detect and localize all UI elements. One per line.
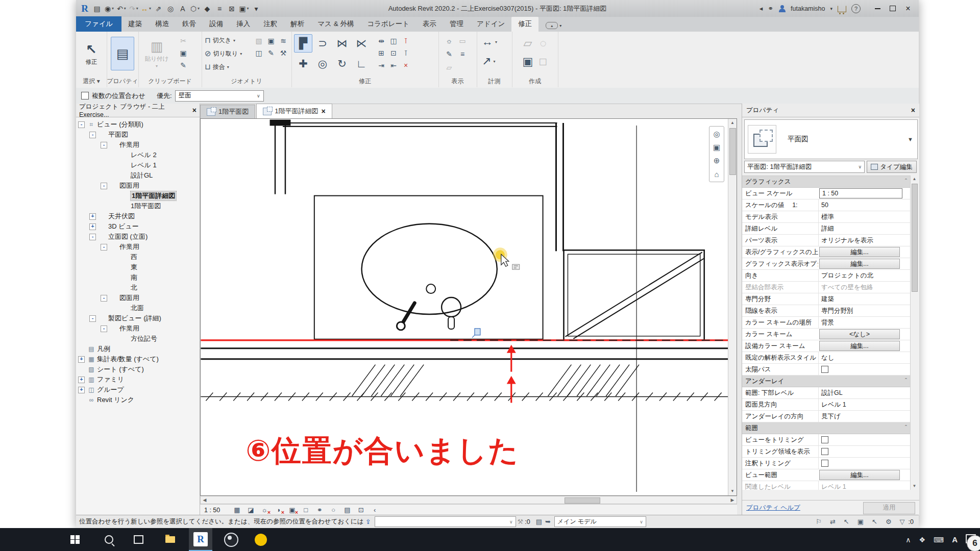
filter-icon[interactable]: ▽ — [900, 518, 905, 525]
worksets-icon[interactable]: ⚐ — [816, 518, 822, 525]
home-view-icon[interactable]: ⌂ — [709, 167, 724, 181]
prop-view-range[interactable]: ビュー範囲 編集... — [742, 469, 911, 481]
collapse-view-bar-icon[interactable]: ‹ — [370, 506, 379, 514]
tree-item-east[interactable]: 東 — [76, 262, 200, 272]
panel-label-create[interactable]: 作成 — [512, 77, 558, 87]
close-button[interactable]: × — [900, 3, 916, 15]
visual-style-icon[interactable]: ◪ — [246, 506, 255, 514]
tab-addins[interactable]: アドイン — [470, 17, 511, 32]
view-tab-inactive[interactable]: 1階平面図 — [200, 105, 255, 118]
scroll-up-icon[interactable]: ▲ — [911, 176, 918, 183]
temporary-hide-isolate-icon[interactable]: ☼ — [444, 36, 454, 46]
render-icon[interactable]: ▭ — [457, 36, 468, 46]
multiple-alignment-checkbox[interactable] — [81, 92, 89, 99]
unjoin-icon[interactable]: ◫ — [254, 48, 264, 58]
scroll-up-icon[interactable]: ▲ — [728, 119, 737, 127]
tab-insert[interactable]: 挿入 — [230, 17, 257, 32]
panel-label-modify[interactable]: 修正 — [291, 77, 438, 87]
notification-area[interactable]: 6 — [966, 534, 976, 545]
vscroll-thumb[interactable] — [729, 128, 736, 175]
shadows-icon[interactable]: ◑ — [274, 506, 283, 514]
scroll-right-icon[interactable]: ▶ — [728, 497, 737, 503]
trim-extend-corner-button[interactable]: ∟ — [353, 55, 370, 72]
obs-taskbar-button[interactable] — [219, 528, 243, 551]
tab-analyze[interactable]: 解析 — [284, 17, 311, 32]
prop-orientation[interactable]: 向き プロジェクトの北 — [742, 270, 911, 282]
demolish-hammer-icon[interactable]: ⚒ — [278, 48, 288, 58]
tree-expander-icon[interactable]: - — [89, 132, 96, 138]
minimize-button[interactable] — [870, 3, 885, 15]
tab-structure[interactable]: 構造 — [149, 17, 176, 32]
unpin-icon[interactable]: ⊺ — [401, 36, 411, 46]
start-button[interactable] — [63, 528, 87, 551]
file-explorer-button[interactable] — [158, 528, 182, 551]
rotate-button[interactable]: ↻ — [333, 55, 351, 72]
tree-item-level2[interactable]: レベル 2 — [76, 150, 200, 160]
create-similar-button[interactable]: ▣ — [523, 57, 533, 67]
panel-label-select[interactable]: 選択 ▾ — [76, 77, 107, 87]
prop-associated-level[interactable]: 関連したレベル レベル 1 — [742, 481, 911, 490]
reveal-hidden-elements-icon[interactable]: ⚭ — [315, 506, 324, 514]
text-icon[interactable]: A — [177, 3, 188, 14]
demolish-icon[interactable]: ▣ — [266, 36, 276, 46]
tree-expander-icon[interactable]: + — [78, 387, 85, 393]
tab-collaborate[interactable]: コラボレート — [360, 17, 416, 32]
tab-architecture[interactable]: 建築 — [121, 17, 149, 32]
prop-discipline[interactable]: 専門分野 建築 — [742, 293, 911, 305]
copy-button[interactable]: ◎ — [314, 55, 331, 72]
editable-only-icon[interactable]: ⇄ — [830, 518, 836, 525]
tree-item-ceiling-plans[interactable]: + 天井伏図 — [76, 211, 200, 221]
align-button[interactable]: ▛ — [294, 34, 312, 53]
search-button[interactable] — [97, 528, 120, 551]
close-icon[interactable]: × — [911, 106, 915, 114]
offset-button[interactable]: ⊃ — [314, 35, 331, 52]
prop-color-scheme-location[interactable]: カラー スキームの場所 背景 — [742, 317, 911, 329]
horizontal-scrollbar[interactable]: ◀ ▶ — [200, 496, 737, 504]
tree-expander-icon[interactable]: - — [89, 315, 96, 322]
redo-icon[interactable]: ↷ — [128, 3, 139, 14]
array-icon[interactable]: ⊞ — [376, 48, 386, 58]
reveal-constraints-icon[interactable]: ⊡ — [356, 506, 365, 514]
prop-default-analysis-style[interactable]: 既定の解析表示スタイル なし — [742, 352, 911, 364]
tab-view[interactable]: 表示 — [416, 17, 443, 32]
ribbon-collapse-control[interactable]: ▲ ▾ — [546, 22, 561, 29]
tree-expander-icon[interactable]: + — [89, 223, 96, 230]
aligned-dimension-icon[interactable]: ⇗ — [153, 3, 164, 14]
signed-in-user[interactable]: futakamisho — [791, 5, 825, 12]
trim-extend-single-icon[interactable]: ⇥ — [376, 60, 386, 70]
tree-expander-icon[interactable]: + — [89, 213, 96, 220]
prop-annotation-crop[interactable]: 注釈トリミング — [742, 458, 911, 469]
tag-by-category-icon[interactable]: ◎ — [165, 3, 176, 14]
tab-annotate[interactable]: 注釈 — [257, 17, 284, 32]
priority-select[interactable]: 壁面 ∨ — [175, 90, 264, 102]
copy-to-clipboard-icon[interactable]: ▣ — [178, 48, 188, 58]
steering-wheel-icon[interactable]: ◎ — [709, 128, 724, 141]
panel-label-measure[interactable]: 計測 — [477, 77, 512, 87]
cope-button[interactable]: ⊓ 切欠き ▾ — [205, 35, 242, 46]
prop-parts-visibility[interactable]: パーツ表示 オリジナルを表示 — [742, 235, 911, 246]
sun-path-icon[interactable]: ☼ — [260, 506, 269, 514]
prop-sun-path[interactable]: 太陽パス — [742, 364, 911, 375]
open-icon[interactable]: ◉ — [104, 3, 115, 14]
prop-detail-level[interactable]: 詳細レベル 詳細 — [742, 223, 911, 235]
prop-view-scale[interactable]: ビュー スケール 1 : 50 — [742, 188, 911, 199]
task-view-button[interactable] — [127, 528, 150, 551]
drawing-canvas[interactable]: ⑥位置が合いました — [201, 119, 728, 495]
chevron-down-icon[interactable]: ▼ — [908, 136, 913, 142]
app-store-cart-icon[interactable] — [838, 6, 846, 12]
split-with-gap-icon[interactable]: ◫ — [388, 36, 399, 46]
section-extents[interactable]: 範囲 — [742, 422, 911, 434]
apply-coping-icon[interactable]: ▧ — [254, 36, 264, 46]
dimension-button[interactable]: ↗ ▾ — [482, 54, 497, 68]
tree-item-floor-plans[interactable]: - 平面図 — [76, 130, 200, 140]
create-assembly-icon[interactable]: ◌ — [538, 38, 548, 48]
show-crop-region-icon[interactable]: □ — [301, 506, 310, 514]
linework-icon[interactable]: ≡ — [457, 49, 468, 59]
mirror-pick-axis-button[interactable]: ⋈ — [333, 35, 351, 52]
2d-wheel-icon[interactable]: ▣ — [709, 141, 724, 154]
tree-item-north-arrow[interactable]: 方位記号 — [76, 334, 200, 344]
tree-item-revit-links[interactable]: ∞ Revit リンク — [76, 395, 200, 405]
crop-view-icon[interactable]: ▣ — [287, 506, 297, 514]
recent-files-icon[interactable]: ▤ — [91, 3, 103, 14]
detail-level-icon[interactable]: ▦ — [232, 506, 241, 514]
